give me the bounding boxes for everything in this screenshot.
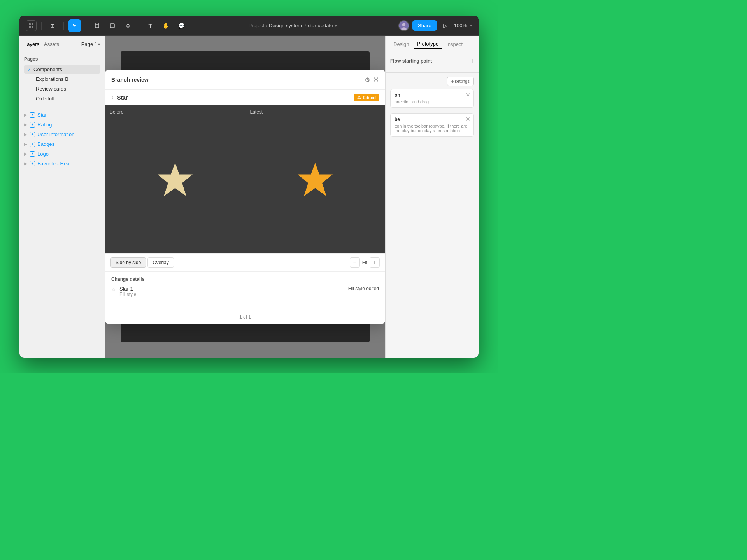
side-by-side-button[interactable]: Side by side <box>110 257 146 268</box>
zoom-out-button[interactable]: − <box>350 257 360 268</box>
layer-item-userinfo[interactable]: ▶ ✦ User information <box>19 130 105 139</box>
layers-section: ▶ ✦ Star ▶ ✦ Rating ▶ ✦ User information… <box>19 107 105 358</box>
layer-arrow-logo: ▶ <box>24 152 27 156</box>
layer-name-userinfo: User information <box>37 131 74 137</box>
change-divider <box>111 301 379 301</box>
warning-icon: ⚠ <box>357 95 361 100</box>
page-item-oldstuff[interactable]: Old stuff <box>24 94 100 103</box>
layer-icon-rating: ✦ <box>30 122 35 128</box>
layer-item-logo[interactable]: ▶ ✦ Logo <box>19 149 105 159</box>
zoom-fit-label[interactable]: Fit <box>362 260 367 265</box>
layer-item-rating[interactable]: ▶ ✦ Rating <box>19 120 105 130</box>
pages-label: Pages <box>24 56 38 62</box>
layer-item-star[interactable]: ▶ ✦ Star <box>19 110 105 120</box>
project-name: Project <box>249 23 264 28</box>
layer-name-favorite: Favorite - Hear <box>37 161 71 166</box>
page-item-components[interactable]: ✓ Components <box>24 65 100 74</box>
user-avatar[interactable] <box>398 20 409 31</box>
modal-nav: ‹ Star ⚠ Edited <box>105 90 385 105</box>
svg-rect-3 <box>32 26 33 28</box>
layer-name-badges: Badges <box>37 141 54 147</box>
prototype-tab[interactable]: Prototype <box>414 39 442 49</box>
connection-title-2: be <box>395 117 470 122</box>
grid-tool[interactable]: ⊞ <box>46 19 59 32</box>
toolbar: ⊞ T ✋ <box>19 16 479 36</box>
svg-rect-0 <box>29 23 31 25</box>
branch-review-modal: Branch review ⚙ ✕ ‹ Star ⚠ Edited <box>105 70 385 324</box>
hand-tool[interactable]: ✋ <box>160 19 172 32</box>
zoom-in-button[interactable]: + <box>370 257 380 268</box>
layer-name-rating: Rating <box>37 122 52 128</box>
page-selector-label: Page 1 <box>81 41 97 47</box>
compare-pane-latest: Latest <box>245 105 386 253</box>
change-item-right: Fill style edited <box>348 286 379 291</box>
before-label: Before <box>110 109 123 115</box>
breadcrumb-sep1: / <box>266 23 267 28</box>
toolbar-right: Share ▷ 100% ▾ <box>398 20 472 31</box>
svg-point-16 <box>401 27 407 31</box>
change-item-name: Star 1 <box>119 286 136 292</box>
branch-chevron[interactable]: ▾ <box>335 23 337 28</box>
page-name-components: Components <box>33 66 62 72</box>
svg-marker-18 <box>298 163 333 196</box>
canvas-area[interactable]: Branch review ⚙ ✕ ‹ Star ⚠ Edited <box>105 36 385 358</box>
close-button[interactable]: ✕ <box>373 75 379 84</box>
layer-arrow-badges: ▶ <box>24 142 27 146</box>
latest-label: Latest <box>250 109 263 115</box>
overlay-button[interactable]: Overlay <box>147 257 174 268</box>
app-window: ⊞ T ✋ <box>19 16 479 358</box>
layer-arrow-star: ▶ <box>24 113 27 117</box>
figma-logo[interactable] <box>26 20 37 31</box>
project-title: Project / Design system ⑂ star update ▾ <box>191 23 395 28</box>
page-item-explorations[interactable]: Explorations B <box>24 74 100 84</box>
back-button[interactable]: ‹ <box>111 94 113 101</box>
check-icon: ✓ <box>27 67 31 72</box>
pen-tool[interactable] <box>122 19 134 32</box>
add-page-button[interactable]: + <box>96 56 100 62</box>
right-tabs: Design Prototype Inspect <box>386 36 479 53</box>
shape-tool[interactable] <box>106 19 119 32</box>
frame-tool[interactable] <box>91 19 103 32</box>
page-selector-chevron: ▾ <box>98 42 100 46</box>
pages-header: Pages + <box>24 56 100 62</box>
settings-row: e settings <box>390 77 474 86</box>
star-icon-sm: ☆ <box>111 286 116 292</box>
assets-tab[interactable]: Assets <box>44 41 59 47</box>
branch-name[interactable]: star update <box>308 23 333 28</box>
layer-item-badges[interactable]: ▶ ✦ Badges <box>19 139 105 149</box>
debug-icon[interactable]: ⚙ <box>365 76 370 84</box>
layer-item-favorite[interactable]: ▶ ✦ Favorite - Hear <box>19 159 105 168</box>
zoom-chevron[interactable]: ▾ <box>470 23 472 28</box>
edited-label: Edited <box>363 95 376 100</box>
design-tab[interactable]: Design <box>390 40 412 49</box>
page-name-explorations: Explorations B <box>36 76 68 82</box>
flow-header: Flow starting point + <box>390 58 474 65</box>
connection-desc-2: tton in the toolbar rototype. If there a… <box>395 124 470 133</box>
text-tool[interactable]: T <box>144 19 156 32</box>
compare-pane-before: Before <box>105 105 245 253</box>
pages-section: Pages + ✓ Components Explorations B Revi… <box>19 53 105 107</box>
zoom-level[interactable]: 100% <box>454 23 467 28</box>
connection-close-2[interactable]: ✕ <box>466 116 470 122</box>
layer-icon-logo: ✦ <box>30 151 35 157</box>
comment-tool[interactable]: 💬 <box>175 19 188 32</box>
connection-title-1: on <box>395 93 470 98</box>
cursor-tool[interactable] <box>68 19 81 32</box>
edited-badge: ⚠ Edited <box>354 94 379 101</box>
pagination-label: 1 of 1 <box>239 314 251 320</box>
page-item-review[interactable]: Review cards <box>24 84 100 94</box>
share-button[interactable]: Share <box>412 20 437 31</box>
play-button[interactable]: ▷ <box>440 20 451 31</box>
flow-section: Flow starting point + <box>386 53 479 73</box>
inspect-tab[interactable]: Inspect <box>443 40 466 49</box>
change-item-sub: Fill style <box>119 292 136 297</box>
settings-button[interactable]: e settings <box>447 77 474 86</box>
design-system-name[interactable]: Design system <box>269 23 302 28</box>
layers-tab[interactable]: Layers <box>24 41 39 47</box>
view-toggle: Side by side Overlay <box>110 257 174 268</box>
change-row: ☆ Star 1 Fill style Fill style edited <box>111 286 379 297</box>
connection-close-1[interactable]: ✕ <box>466 92 470 98</box>
connection-item-1: on nnection and drag ✕ <box>390 89 474 108</box>
add-flow-button[interactable]: + <box>470 58 474 65</box>
page-selector[interactable]: Page 1 ▾ <box>81 41 100 47</box>
